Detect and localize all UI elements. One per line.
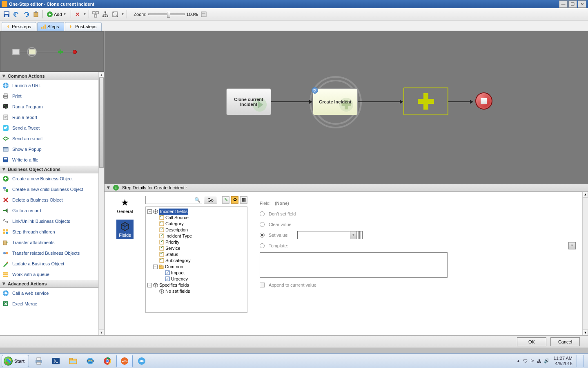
template-dropdown[interactable]: ▼ [568, 242, 576, 249]
svg-rect-24 [3, 104, 8, 108]
tree-layout-icon[interactable] [101, 10, 109, 18]
action-label: Send a Tweet [12, 126, 40, 130]
action-icon [2, 175, 9, 182]
template-textarea[interactable] [260, 252, 448, 278]
zoom-tool-icon[interactable] [200, 10, 208, 18]
radio-clear[interactable] [260, 222, 265, 227]
sidebar-scrollbar[interactable]: ▲ ▼ [98, 72, 104, 335]
scroll-down-icon[interactable]: ▼ [99, 330, 104, 335]
fit-icon[interactable] [111, 10, 119, 18]
close-button[interactable]: ✕ [578, 0, 586, 8]
tray-clock[interactable]: 11:27 AM 4/6/2016 [554, 356, 572, 366]
zoom-slider[interactable] [148, 13, 185, 15]
category-header[interactable]: ▶Advanced Actions [0, 280, 98, 288]
action-item[interactable]: Work with a queue [0, 269, 98, 280]
start-button[interactable]: Start [2, 355, 29, 367]
action-item[interactable]: Transfer attachments [0, 237, 98, 248]
edit-icon[interactable]: ✎ [222, 196, 229, 204]
radio-set-value[interactable] [260, 233, 265, 238]
action-label: Transfer attachments [12, 240, 55, 245]
minimap[interactable] [0, 31, 104, 72]
radio-template[interactable] [260, 243, 265, 248]
side-general[interactable]: ★ General [114, 196, 135, 215]
scroll-up-icon[interactable]: ▲ [99, 72, 104, 78]
tray-network-icon[interactable]: 🖧 [537, 359, 541, 364]
node-clone-incident[interactable]: Clone current Incident [226, 88, 271, 115]
taskbar-chrome-icon[interactable] [99, 355, 116, 367]
taskbar-printer-icon[interactable] [31, 355, 47, 367]
svg-rect-14 [202, 13, 205, 13]
side-fields[interactable]: Fields [116, 220, 133, 239]
tray-volume-icon[interactable]: 🔊 [544, 358, 550, 364]
tray-flag-icon[interactable]: 🏳 [530, 359, 535, 364]
chevron-down-icon[interactable]: ▼ [121, 12, 124, 16]
action-icon [2, 186, 9, 193]
taskbar-browser-icon[interactable] [134, 355, 150, 367]
ok-button[interactable]: OK [517, 337, 546, 346]
action-item[interactable]: Run a report [0, 112, 98, 123]
action-item[interactable]: Go to a record [0, 205, 98, 216]
action-icon [2, 218, 9, 224]
chevron-down-icon[interactable]: ▼ [83, 12, 87, 16]
workflow-canvas[interactable]: Clone current Incident ↻ Create Incident [105, 31, 588, 184]
action-item[interactable]: Link/Unlink Business Objects [0, 216, 98, 227]
tab-post-steps[interactable]: Post-steps [65, 22, 102, 31]
action-item[interactable]: Print [0, 91, 98, 101]
chevron-down-icon[interactable]: ▼ [350, 231, 356, 239]
restore-button[interactable]: ❐ [568, 0, 577, 8]
go-button[interactable]: Go [204, 196, 217, 204]
taskbar-explorer-icon[interactable] [65, 355, 81, 367]
tray-shield-icon[interactable]: 🛡 [523, 359, 528, 364]
taskbar-ie-icon[interactable] [82, 355, 98, 367]
category-header[interactable]: ▶Business Object Actions [0, 165, 98, 173]
paste-icon[interactable] [32, 10, 40, 18]
taskbar-app-icon[interactable] [116, 355, 133, 367]
svg-rect-23 [4, 97, 7, 99]
category-header[interactable]: ▶Common Actions [0, 72, 98, 80]
add-button[interactable]: + Add ▼ [45, 11, 68, 18]
field-search-input[interactable]: 🔍 [145, 196, 202, 204]
action-item[interactable]: Send an e-mail [0, 133, 98, 144]
action-item[interactable]: Create a new Business Object [0, 173, 98, 184]
action-item[interactable]: Show a Popup [0, 144, 98, 155]
action-label: Send an e-mail [12, 136, 42, 141]
auto-layout-icon[interactable] [91, 10, 100, 18]
svg-rect-22 [4, 94, 7, 96]
action-item[interactable]: Send a Tweet [0, 123, 98, 133]
picker-icon[interactable] [356, 231, 362, 239]
action-item[interactable]: Run a Program [0, 101, 98, 112]
radio-dont-set[interactable] [260, 211, 265, 216]
set-value-combo[interactable]: ▼ [297, 231, 363, 239]
svg-rect-40 [3, 232, 5, 234]
grid-icon[interactable]: ▦ [240, 196, 247, 204]
action-item[interactable]: Excel Merge [0, 298, 98, 309]
delete-icon[interactable]: ✕ [74, 10, 82, 18]
action-item[interactable]: Step through children [0, 227, 98, 237]
tab-pre-steps[interactable]: Pre-steps [2, 22, 36, 31]
node-placeholder[interactable] [403, 88, 448, 115]
chevron-down-icon[interactable]: ▶ [107, 186, 111, 189]
show-desktop-button[interactable] [577, 355, 584, 367]
action-item[interactable]: Create a new child Business Object [0, 184, 98, 195]
undo-icon[interactable] [12, 10, 20, 18]
tray-chevron-up-icon[interactable]: ▲ [517, 359, 521, 363]
action-item[interactable]: Call a web service [0, 288, 98, 298]
action-item[interactable]: Delete a Business Object [0, 195, 98, 205]
save-icon[interactable] [2, 10, 11, 18]
append-checkbox[interactable] [260, 283, 265, 287]
action-item[interactable]: Write to a file [0, 155, 98, 165]
minimize-button[interactable]: — [559, 0, 568, 8]
details-scrollbar[interactable]: ▲ ▼ [582, 192, 588, 336]
action-item[interactable]: Launch a URL [0, 80, 98, 91]
field-form: Field: (None) Don't set field Clear valu… [252, 196, 584, 332]
cancel-button[interactable]: Cancel [550, 337, 580, 346]
redo-icon[interactable] [22, 10, 30, 18]
node-create-incident[interactable]: ↻ Create Incident [313, 88, 358, 115]
taskbar-powershell-icon[interactable] [48, 355, 64, 367]
node-end[interactable] [475, 92, 492, 110]
action-item[interactable]: Transfer related Business Objects [0, 248, 98, 258]
field-tree[interactable]: −Incident fieldsCall SourceCategoryDescr… [145, 206, 247, 313]
tab-steps[interactable]: Steps [37, 22, 64, 31]
action-item[interactable]: Update a Business Object [0, 258, 98, 269]
gear-icon[interactable]: ✿ [231, 196, 238, 204]
